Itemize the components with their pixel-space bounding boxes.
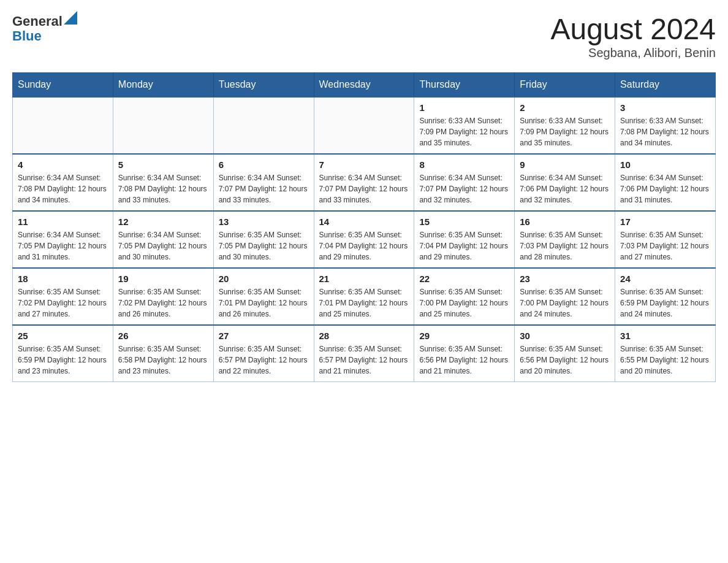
calendar-cell: 1Sunrise: 6:33 AM Sunset: 7:09 PM Daylig…: [414, 97, 515, 154]
day-number: 14: [319, 216, 409, 227]
calendar-cell: 20Sunrise: 6:35 AM Sunset: 7:01 PM Dayli…: [213, 268, 314, 325]
calendar-cell: [13, 97, 113, 154]
day-info: Sunrise: 6:35 AM Sunset: 7:01 PM Dayligh…: [219, 286, 309, 320]
day-info: Sunrise: 6:35 AM Sunset: 6:57 PM Dayligh…: [219, 343, 309, 377]
day-number: 23: [520, 274, 610, 284]
calendar-cell: 15Sunrise: 6:35 AM Sunset: 7:04 PM Dayli…: [414, 211, 515, 268]
calendar-table: SundayMondayTuesdayWednesdayThursdayFrid…: [12, 72, 716, 382]
day-info: Sunrise: 6:35 AM Sunset: 7:00 PM Dayligh…: [520, 286, 610, 320]
day-number: 16: [520, 216, 610, 227]
day-info: Sunrise: 6:35 AM Sunset: 6:56 PM Dayligh…: [419, 343, 509, 377]
day-number: 9: [520, 159, 610, 170]
day-info: Sunrise: 6:35 AM Sunset: 7:02 PM Dayligh…: [18, 286, 108, 320]
header-day-monday: Monday: [113, 73, 213, 98]
day-number: 20: [219, 274, 309, 284]
day-number: 18: [18, 274, 108, 284]
calendar-cell: 17Sunrise: 6:35 AM Sunset: 7:03 PM Dayli…: [615, 211, 716, 268]
header-day-friday: Friday: [515, 73, 615, 98]
day-number: 11: [18, 216, 108, 227]
calendar-cell: 11Sunrise: 6:34 AM Sunset: 7:05 PM Dayli…: [13, 211, 113, 268]
day-number: 15: [419, 216, 509, 227]
day-info: Sunrise: 6:33 AM Sunset: 7:09 PM Dayligh…: [520, 115, 610, 148]
day-info: Sunrise: 6:34 AM Sunset: 7:05 PM Dayligh…: [18, 229, 108, 262]
day-info: Sunrise: 6:35 AM Sunset: 7:00 PM Dayligh…: [419, 286, 509, 320]
day-number: 22: [419, 274, 509, 284]
week-row-5: 25Sunrise: 6:35 AM Sunset: 6:59 PM Dayli…: [13, 325, 716, 382]
calendar-cell: 26Sunrise: 6:35 AM Sunset: 6:58 PM Dayli…: [113, 325, 213, 382]
calendar-cell: 14Sunrise: 6:35 AM Sunset: 7:04 PM Dayli…: [314, 211, 414, 268]
calendar-cell: 19Sunrise: 6:35 AM Sunset: 7:02 PM Dayli…: [113, 268, 213, 325]
calendar-cell: 2Sunrise: 6:33 AM Sunset: 7:09 PM Daylig…: [515, 97, 615, 154]
calendar-cell: 30Sunrise: 6:35 AM Sunset: 6:56 PM Dayli…: [515, 325, 615, 382]
calendar-header: SundayMondayTuesdayWednesdayThursdayFrid…: [13, 73, 716, 98]
header-day-sunday: Sunday: [13, 73, 113, 98]
day-number: 30: [520, 331, 610, 341]
calendar-cell: 18Sunrise: 6:35 AM Sunset: 7:02 PM Dayli…: [13, 268, 113, 325]
day-info: Sunrise: 6:35 AM Sunset: 7:03 PM Dayligh…: [620, 229, 710, 262]
day-number: 6: [219, 159, 309, 170]
day-number: 29: [419, 331, 509, 341]
day-info: Sunrise: 6:35 AM Sunset: 7:03 PM Dayligh…: [520, 229, 610, 262]
day-number: 21: [319, 274, 409, 284]
day-info: Sunrise: 6:35 AM Sunset: 7:04 PM Dayligh…: [419, 229, 509, 262]
day-info: Sunrise: 6:34 AM Sunset: 7:07 PM Dayligh…: [219, 172, 309, 205]
week-row-4: 18Sunrise: 6:35 AM Sunset: 7:02 PM Dayli…: [13, 268, 716, 325]
logo-triangle-icon: [64, 11, 77, 25]
day-number: 10: [620, 159, 710, 170]
calendar-cell: [113, 97, 213, 154]
day-info: Sunrise: 6:35 AM Sunset: 6:59 PM Dayligh…: [620, 286, 710, 320]
calendar-cell: 13Sunrise: 6:35 AM Sunset: 7:05 PM Dayli…: [213, 211, 314, 268]
day-info: Sunrise: 6:35 AM Sunset: 6:58 PM Dayligh…: [118, 343, 208, 377]
week-row-3: 11Sunrise: 6:34 AM Sunset: 7:05 PM Dayli…: [13, 211, 716, 268]
day-number: 3: [620, 102, 710, 113]
day-number: 13: [219, 216, 309, 227]
day-info: Sunrise: 6:35 AM Sunset: 6:57 PM Dayligh…: [319, 343, 409, 377]
title-block: August 2024 Segbana, Alibori, Benin: [550, 12, 716, 60]
day-info: Sunrise: 6:34 AM Sunset: 7:06 PM Dayligh…: [620, 172, 710, 205]
day-info: Sunrise: 6:34 AM Sunset: 7:06 PM Dayligh…: [520, 172, 610, 205]
day-number: 17: [620, 216, 710, 227]
calendar-cell: 27Sunrise: 6:35 AM Sunset: 6:57 PM Dayli…: [213, 325, 314, 382]
header-day-saturday: Saturday: [615, 73, 716, 98]
calendar-cell: 28Sunrise: 6:35 AM Sunset: 6:57 PM Dayli…: [314, 325, 414, 382]
calendar-cell: 4Sunrise: 6:34 AM Sunset: 7:08 PM Daylig…: [13, 154, 113, 211]
calendar-cell: 6Sunrise: 6:34 AM Sunset: 7:07 PM Daylig…: [213, 154, 314, 211]
calendar-title: August 2024: [550, 12, 716, 46]
calendar-cell: 22Sunrise: 6:35 AM Sunset: 7:00 PM Dayli…: [414, 268, 515, 325]
day-info: Sunrise: 6:35 AM Sunset: 7:05 PM Dayligh…: [219, 229, 309, 262]
day-number: 2: [520, 102, 610, 113]
day-number: 12: [118, 216, 208, 227]
calendar-cell: 25Sunrise: 6:35 AM Sunset: 6:59 PM Dayli…: [13, 325, 113, 382]
day-number: 25: [18, 331, 108, 341]
header-day-tuesday: Tuesday: [213, 73, 314, 98]
day-number: 28: [319, 331, 409, 341]
calendar-body: 1Sunrise: 6:33 AM Sunset: 7:09 PM Daylig…: [13, 97, 716, 382]
day-info: Sunrise: 6:35 AM Sunset: 6:55 PM Dayligh…: [620, 343, 710, 377]
header-day-thursday: Thursday: [414, 73, 515, 98]
day-info: Sunrise: 6:34 AM Sunset: 7:07 PM Dayligh…: [319, 172, 409, 205]
calendar-cell: 3Sunrise: 6:33 AM Sunset: 7:08 PM Daylig…: [615, 97, 716, 154]
day-info: Sunrise: 6:35 AM Sunset: 6:56 PM Dayligh…: [520, 343, 610, 377]
day-info: Sunrise: 6:35 AM Sunset: 6:59 PM Dayligh…: [18, 343, 108, 377]
header-day-wednesday: Wednesday: [314, 73, 414, 98]
calendar-cell: [213, 97, 314, 154]
calendar-cell: 24Sunrise: 6:35 AM Sunset: 6:59 PM Dayli…: [615, 268, 716, 325]
day-info: Sunrise: 6:35 AM Sunset: 7:04 PM Dayligh…: [319, 229, 409, 262]
logo: General Blue: [12, 12, 77, 44]
day-number: 27: [219, 331, 309, 341]
day-info: Sunrise: 6:35 AM Sunset: 7:01 PM Dayligh…: [319, 286, 409, 320]
day-number: 4: [18, 159, 108, 170]
calendar-cell: [314, 97, 414, 154]
calendar-cell: 8Sunrise: 6:34 AM Sunset: 7:07 PM Daylig…: [414, 154, 515, 211]
calendar-cell: 31Sunrise: 6:35 AM Sunset: 6:55 PM Dayli…: [615, 325, 716, 382]
week-row-1: 1Sunrise: 6:33 AM Sunset: 7:09 PM Daylig…: [13, 97, 716, 154]
day-info: Sunrise: 6:33 AM Sunset: 7:08 PM Dayligh…: [620, 115, 710, 148]
calendar-cell: 29Sunrise: 6:35 AM Sunset: 6:56 PM Dayli…: [414, 325, 515, 382]
day-number: 19: [118, 274, 208, 284]
day-number: 7: [319, 159, 409, 170]
logo-blue-text: Blue: [12, 28, 42, 44]
calendar-cell: 21Sunrise: 6:35 AM Sunset: 7:01 PM Dayli…: [314, 268, 414, 325]
header-row: SundayMondayTuesdayWednesdayThursdayFrid…: [13, 73, 716, 98]
page-header: General Blue August 2024 Segbana, Alibor…: [12, 12, 716, 60]
day-number: 26: [118, 331, 208, 341]
